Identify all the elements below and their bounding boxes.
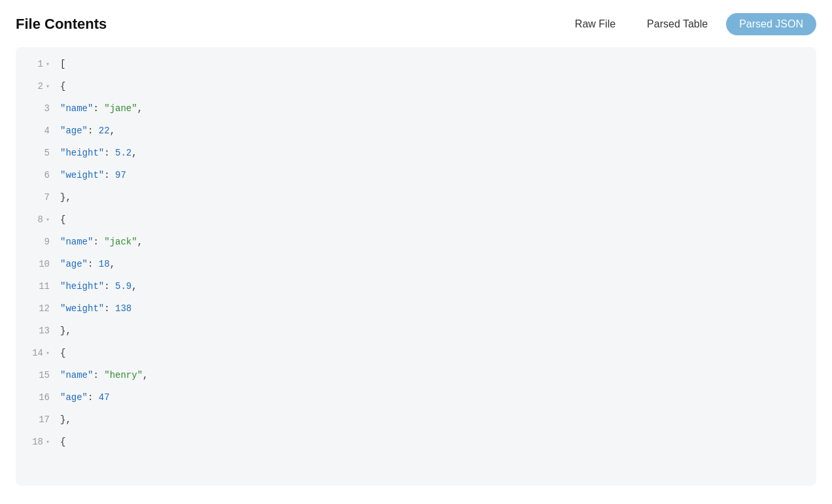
token-number-val: 22 bbox=[99, 126, 110, 136]
line-content: { bbox=[55, 434, 65, 447]
token-punct: { bbox=[60, 437, 65, 447]
token-key: "age" bbox=[60, 259, 88, 269]
code-line: 13}, bbox=[16, 322, 814, 344]
token-number-val: 5.2 bbox=[115, 148, 131, 158]
token-key: "age" bbox=[60, 126, 88, 136]
token-string-val: "jack" bbox=[104, 237, 137, 247]
code-line: 17}, bbox=[16, 411, 814, 433]
token-punct: , bbox=[110, 259, 115, 269]
token-key: "name" bbox=[60, 370, 93, 380]
code-line: 11"height": 5.9, bbox=[16, 277, 814, 299]
line-content: { bbox=[55, 78, 65, 92]
code-line: 4"age": 22, bbox=[16, 122, 814, 144]
code-line: 2▾{ bbox=[16, 77, 814, 99]
line-number: 3 bbox=[16, 101, 55, 114]
token-string-val: "henry" bbox=[104, 370, 143, 380]
line-content: "height": 5.9, bbox=[55, 278, 137, 292]
line-number: 17 bbox=[16, 412, 55, 425]
code-line: 1▾[ bbox=[16, 55, 814, 77]
collapse-arrow-icon[interactable]: ▾ bbox=[46, 438, 50, 446]
line-number: 11 bbox=[16, 278, 55, 292]
line-content: { bbox=[55, 212, 65, 225]
line-number: 10 bbox=[16, 256, 55, 269]
code-line: 8▾{ bbox=[16, 210, 814, 233]
token-punct: , bbox=[131, 148, 137, 158]
token-number-val: 47 bbox=[99, 392, 110, 403]
token-punct: : bbox=[104, 281, 115, 292]
line-number: 1▾ bbox=[16, 56, 55, 69]
line-content: "weight": 97 bbox=[55, 167, 126, 180]
token-punct: : bbox=[104, 148, 115, 158]
token-number-val: 18 bbox=[99, 259, 110, 269]
line-content: }, bbox=[55, 190, 71, 203]
line-content: "age": 18, bbox=[55, 256, 115, 269]
collapse-arrow-icon[interactable]: ▾ bbox=[46, 349, 50, 357]
token-punct: , bbox=[131, 281, 137, 292]
code-line: 3"name": "jane", bbox=[16, 99, 814, 122]
line-number: 5 bbox=[16, 145, 55, 158]
line-number: 13 bbox=[16, 323, 55, 336]
token-key: "weight" bbox=[60, 170, 104, 180]
line-content: "age": 22, bbox=[55, 123, 115, 136]
tab-group: Raw File Parsed Table Parsed JSON bbox=[562, 13, 816, 35]
code-line: 7}, bbox=[16, 188, 814, 210]
token-punct: { bbox=[60, 214, 65, 225]
token-number-val: 5.9 bbox=[115, 281, 131, 292]
line-number: 15 bbox=[16, 367, 55, 380]
collapse-arrow-icon[interactable]: ▾ bbox=[46, 216, 50, 224]
token-number-val: 138 bbox=[115, 303, 131, 314]
tab-parsed-json[interactable]: Parsed JSON bbox=[726, 13, 816, 35]
line-number: 4 bbox=[16, 123, 55, 136]
line-content: }, bbox=[55, 323, 71, 336]
code-line: 5"height": 5.2, bbox=[16, 144, 814, 166]
line-number: 2▾ bbox=[16, 78, 55, 92]
code-line: 14▾{ bbox=[16, 344, 814, 366]
line-number: 7 bbox=[16, 190, 55, 203]
collapse-arrow-icon[interactable]: ▾ bbox=[46, 60, 50, 68]
line-content: "name": "jane", bbox=[55, 101, 143, 114]
token-key: "height" bbox=[60, 281, 104, 292]
line-content: "age": 47 bbox=[55, 390, 110, 403]
token-punct: }, bbox=[60, 414, 71, 425]
token-key: "age" bbox=[60, 392, 88, 403]
token-key: "weight" bbox=[60, 303, 104, 314]
code-line: 10"age": 18, bbox=[16, 255, 814, 277]
tab-parsed-table[interactable]: Parsed Table bbox=[634, 13, 721, 35]
line-number: 16 bbox=[16, 390, 55, 403]
line-number: 6 bbox=[16, 167, 55, 180]
code-line: 9"name": "jack", bbox=[16, 233, 814, 255]
token-punct: : bbox=[88, 259, 99, 269]
page-title: File Contents bbox=[16, 16, 107, 33]
code-line: 18▾{ bbox=[16, 433, 814, 455]
token-punct: : bbox=[104, 303, 115, 314]
token-punct: , bbox=[110, 126, 115, 136]
token-punct: : bbox=[88, 126, 99, 136]
code-area[interactable]: 1▾[2▾{3"name": "jane",4"age": 22,5"heigh… bbox=[16, 55, 816, 478]
line-content: }, bbox=[55, 412, 71, 425]
line-number: 9 bbox=[16, 234, 55, 247]
code-line: 12"weight": 138 bbox=[16, 299, 814, 322]
token-punct: }, bbox=[60, 326, 71, 336]
token-string-val: "jane" bbox=[104, 103, 137, 114]
line-content: "height": 5.2, bbox=[55, 145, 137, 158]
token-punct: , bbox=[143, 370, 148, 380]
line-content: { bbox=[55, 345, 65, 358]
token-number-val: 97 bbox=[115, 170, 126, 180]
token-punct: , bbox=[137, 237, 143, 247]
line-content: "name": "henry", bbox=[55, 367, 148, 380]
token-punct: : bbox=[88, 392, 99, 403]
tab-raw-file[interactable]: Raw File bbox=[562, 13, 629, 35]
token-punct: : bbox=[104, 170, 115, 180]
collapse-arrow-icon[interactable]: ▾ bbox=[46, 82, 50, 90]
token-punct: : bbox=[93, 103, 104, 114]
line-number: 12 bbox=[16, 301, 55, 314]
editor-container: 1▾[2▾{3"name": "jane",4"age": 22,5"heigh… bbox=[16, 47, 816, 486]
token-punct: , bbox=[137, 103, 143, 114]
code-line: 16"age": 47 bbox=[16, 388, 814, 411]
header: File Contents Raw File Parsed Table Pars… bbox=[16, 13, 816, 35]
token-punct: { bbox=[60, 81, 65, 92]
line-number: 18▾ bbox=[16, 434, 55, 447]
token-punct: [ bbox=[60, 59, 65, 69]
token-key: "name" bbox=[60, 237, 93, 247]
line-number: 8▾ bbox=[16, 212, 55, 225]
